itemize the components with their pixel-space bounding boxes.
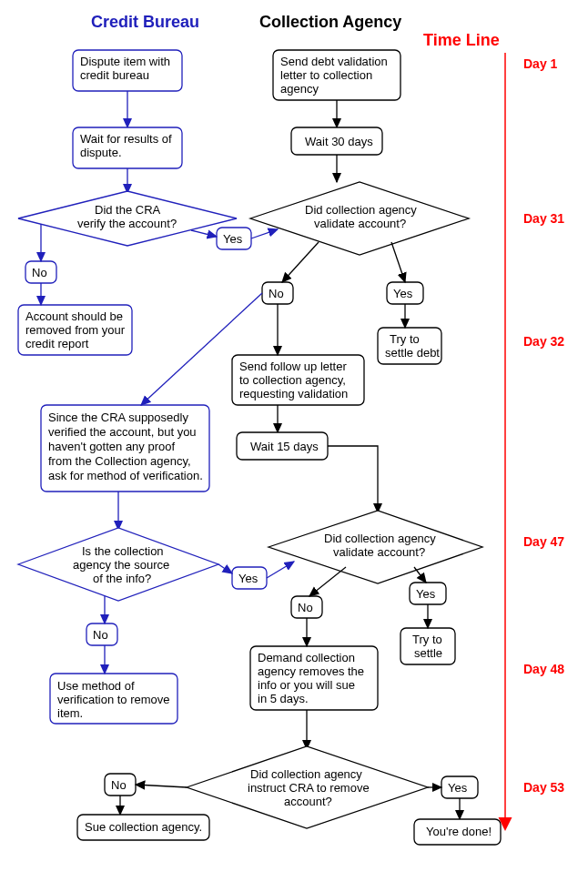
timeline-day47: Day 47	[523, 534, 564, 549]
text-validate1-yes: Yes	[393, 287, 413, 300]
text-source-yes: Yes	[238, 572, 259, 585]
timeline-day32: Day 32	[523, 334, 564, 349]
text-done: You're done!	[426, 825, 492, 838]
text-validate1-no: No	[269, 287, 284, 300]
edge-validate2-no	[309, 567, 346, 596]
text-wait15: Wait 15 days	[250, 440, 319, 453]
edge-yes-to-black2	[267, 562, 294, 578]
text-instruct-no: No	[111, 778, 127, 792]
header-credit-bureau: Credit Bureau	[91, 13, 199, 31]
timeline-day53: Day 53	[523, 780, 564, 795]
text-followup: Send follow up letterto collection agenc…	[239, 360, 348, 400]
text-cra-yes: Yes	[223, 232, 243, 246]
edge-verify-yes	[191, 230, 217, 237]
header-collection-agency: Collection Agency	[259, 13, 401, 31]
text-wait30: Wait 30 days	[305, 135, 373, 148]
timeline-day48: Day 48	[523, 662, 564, 676]
text-settle2: Try tosettle	[412, 633, 442, 660]
edge-wait15-validate2	[328, 446, 378, 512]
timeline-day31: Day 31	[523, 211, 564, 226]
header-timeline: Time Line	[423, 31, 500, 49]
edge-source-yes	[218, 564, 232, 573]
edge-crayes-validate1	[251, 229, 278, 238]
text-validate2-no: No	[298, 601, 313, 614]
text-cra-no: No	[32, 266, 47, 279]
text-instruct-yes: Yes	[448, 781, 468, 795]
text-validate2-yes: Yes	[416, 587, 436, 601]
text-validate2: Did collection agencyvalidate account?	[324, 532, 436, 559]
edge-validate1-yes	[391, 242, 405, 282]
timeline-day1: Day 1	[523, 56, 558, 71]
text-sue: Sue collection agency.	[85, 820, 202, 834]
edge-validate1-no	[282, 242, 319, 282]
text-validate1: Did collection agencyvalidate account?	[305, 203, 417, 230]
edge-validate2-yes	[414, 567, 426, 583]
edge-instruct-no	[136, 785, 187, 787]
text-source-no: No	[93, 628, 108, 642]
